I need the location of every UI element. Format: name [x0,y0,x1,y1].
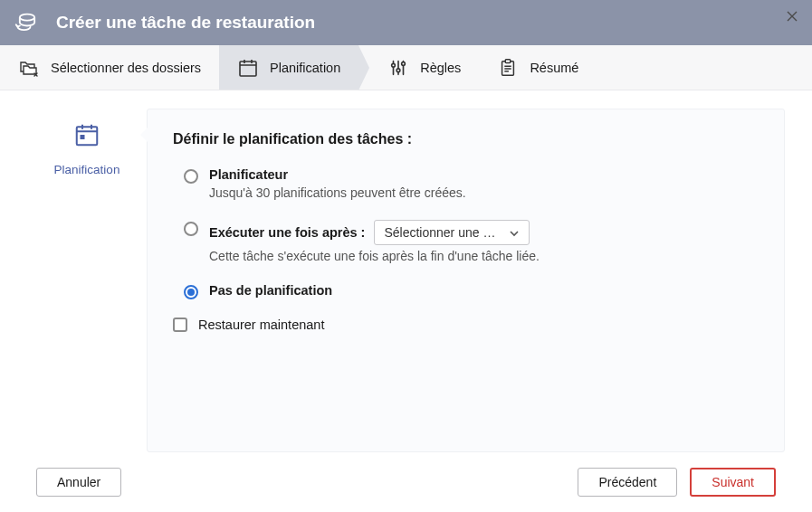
select-value: Sélectionner une … [384,225,495,240]
option-label: Pas de planification [209,283,759,298]
radio-scheduler[interactable] [184,169,198,184]
step-label: Sélectionner des dossiers [51,61,201,75]
schedule-panel: Définir le planification des tâches : Pl… [147,109,785,452]
option-run-once[interactable]: Exécuter une fois après : Sélectionner u… [184,220,759,278]
previous-button[interactable]: Précédent [578,468,677,497]
option-label: Exécuter une fois après : [209,225,365,240]
folders-icon [18,57,40,79]
dialog-header: Créer une tâche de restauration [0,0,812,45]
main-area: Planification Définir le planification d… [0,90,812,452]
calendar-icon [73,121,100,148]
step-select-folders[interactable]: Sélectionner des dossiers [0,45,219,90]
svg-rect-7 [77,127,98,145]
option-label: Planificateur [209,167,759,182]
chevron-down-icon [509,225,520,240]
option-no-schedule[interactable]: Pas de planification [184,283,759,299]
svg-point-0 [20,14,34,21]
radio-run-once[interactable] [184,222,198,236]
panel-title: Définir le planification des tâches : [173,131,759,147]
step-label: Planification [270,61,340,75]
restore-now-row[interactable]: Restaurer maintenant [173,318,759,332]
wizard-steps: Sélectionner des dossiers Planification … [0,45,812,90]
restore-now-checkbox[interactable] [173,318,187,332]
svg-rect-8 [81,135,85,139]
step-label: Règles [420,61,461,75]
svg-point-3 [396,68,400,71]
svg-point-4 [402,62,406,65]
option-scheduler[interactable]: Planificateur Jusqu'à 30 planifications … [184,167,759,214]
restore-icon [14,10,40,35]
clipboard-icon [497,57,519,79]
checkbox-label: Restaurer maintenant [198,318,324,332]
step-rules[interactable]: Règles [358,45,479,90]
step-summary[interactable]: Résumé [479,45,597,90]
radio-no-schedule[interactable] [184,285,198,299]
side-panel: Planification [27,109,147,452]
step-label: Résumé [530,61,578,75]
sliders-icon [387,57,409,79]
option-desc: Jusqu'à 30 planifications peuvent être c… [209,185,759,200]
footer: Annuler Précédent Suivant [0,452,812,512]
linked-task-select[interactable]: Sélectionner une … [374,220,530,245]
next-button[interactable]: Suivant [690,468,776,497]
calendar-icon [237,57,259,79]
side-label: Planification [54,163,120,176]
close-button[interactable] [783,7,801,25]
svg-point-2 [392,63,396,67]
option-desc: Cette tâche s'exécute une fois après la … [209,249,759,263]
dialog-title: Créer une tâche de restauration [56,13,315,33]
step-scheduling[interactable]: Planification [219,45,358,90]
cancel-button[interactable]: Annuler [36,468,121,497]
svg-rect-6 [506,59,511,62]
svg-rect-1 [240,62,256,76]
